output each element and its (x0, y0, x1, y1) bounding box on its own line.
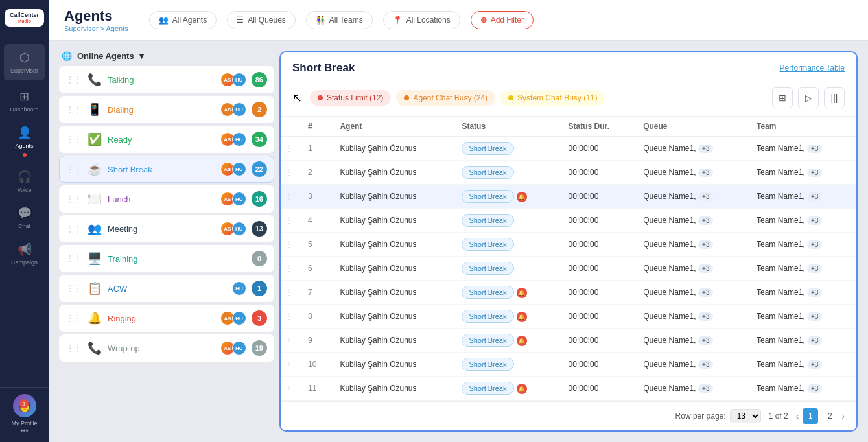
talking-avatars: AS HU (220, 73, 246, 87)
nav-item-voice[interactable]: 🎧 Voice (0, 163, 49, 200)
drag-handle-training[interactable]: ⋮⋮ (66, 254, 82, 263)
row-number: 5 (300, 233, 332, 257)
nav-item-campaign[interactable]: 📢 Campaign (0, 236, 49, 272)
status-item-ringing[interactable]: ⋮⋮ 🔔 Ringing AS HU 3 (59, 305, 274, 332)
row-agent: Kubilay Şahin Özunus (332, 233, 454, 257)
send-icon: ▷ (805, 93, 812, 103)
nav-item-dashboard[interactable]: ⊞ Dashboard (0, 83, 49, 119)
row-queue: Queue Name1, +3 (635, 377, 749, 401)
bell-icon: 🔔 (517, 336, 527, 346)
acw-icon: 📋 (87, 281, 102, 296)
status-badge: Short Break (462, 238, 513, 251)
drag-handle-meeting[interactable]: ⋮⋮ (66, 224, 82, 233)
status-item-short-break[interactable]: ⋮⋮ ☕ Short Break AS HU 22 (59, 156, 274, 183)
wrap-up-avatars: AS HU (220, 341, 246, 355)
nav-item-supervisor[interactable]: ⬡ Supervisor (4, 44, 45, 80)
columns-button[interactable]: ||| (824, 87, 845, 108)
status-item-training[interactable]: ⋮⋮ 🖥️ Training 0 (59, 245, 274, 272)
row-number: 11 (300, 377, 332, 401)
status-item-talking[interactable]: ⋮⋮ 📞 Talking AS HU 86 (59, 66, 274, 93)
ready-count: 34 (252, 132, 267, 147)
send-button[interactable]: ▷ (798, 87, 819, 108)
table-row: ⋮ 2 Kubilay Şahin Özunus Short Break 00:… (281, 161, 856, 185)
drag-handle-ready[interactable]: ⋮⋮ (66, 135, 82, 144)
meeting-name: Meeting (108, 224, 215, 234)
drag-handle-dialing[interactable]: ⋮⋮ (66, 105, 82, 114)
bell-icon: 🔔 (517, 288, 527, 298)
status-item-lunch[interactable]: ⋮⋮ 🍽️ Lunch AS HU 16 (59, 185, 274, 213)
short-break-icon: ☕ (87, 162, 102, 176)
performance-table-link[interactable]: Performance Table (780, 64, 845, 73)
status-badge: Short Break (462, 262, 513, 275)
training-name: Training (108, 254, 241, 264)
page-2-button[interactable]: 2 (822, 408, 838, 424)
row-queue: Queue Name1, +3 (635, 281, 749, 305)
drag-handle-short-break[interactable]: ⋮⋮ (66, 165, 82, 174)
status-item-dialing[interactable]: ⋮⋮ 📱 Dialing AS HU 2 (59, 96, 274, 123)
campaign-label: Campaign (11, 259, 38, 266)
filter-all-agents[interactable]: 👥 All Agents (149, 11, 217, 29)
training-icon: 🖥️ (87, 251, 102, 266)
row-number: 8 (300, 305, 332, 329)
row-queue: Queue Name1, +3 (635, 137, 749, 161)
drag-handle-ringing[interactable]: ⋮⋮ (66, 314, 82, 323)
drag-handle-acw[interactable]: ⋮⋮ (66, 284, 82, 293)
status-limit-filter[interactable]: Status Limit (12) (310, 90, 391, 106)
panel-toolbar: ↖ Status Limit (12) Agent Chat Busy (24)… (292, 82, 845, 116)
row-duration: 00:00:00 (561, 185, 636, 209)
col-status: Status (454, 117, 560, 137)
agent-chat-busy-filter[interactable]: Agent Chat Busy (24) (396, 90, 495, 106)
avatar-sm: HU (232, 192, 246, 206)
status-item-acw[interactable]: ⋮⋮ 📋 ACW HU 1 (59, 275, 274, 302)
prev-page-arrow[interactable]: ‹ (796, 411, 799, 421)
row-drag: ⋮ (281, 257, 300, 281)
export-button[interactable]: ⊞ (772, 87, 793, 108)
col-status-dur: Status Dur. (561, 117, 636, 137)
system-chat-busy-label: System Chat Busy (11) (517, 93, 597, 102)
bell-icon: 🔔 (517, 192, 527, 202)
agents-label: Agents (15, 143, 33, 149)
cursor-icon[interactable]: ↖ (292, 91, 302, 105)
acw-avatars: HU (232, 281, 246, 296)
filter-all-locations[interactable]: 📍 All Locations (383, 11, 460, 29)
all-teams-icon: 👫 (316, 16, 325, 25)
row-queue: Queue Name1, +3 (635, 209, 749, 233)
status-limit-label: Status Limit (12) (327, 93, 383, 102)
all-agents-label: All Agents (172, 16, 207, 25)
page-1-button[interactable]: 1 (803, 408, 818, 424)
drag-handle-talking[interactable]: ⋮⋮ (66, 75, 82, 84)
top-bar: Agents Supervisor > Agents 👥 All Agents … (49, 0, 868, 41)
row-number: 7 (300, 281, 332, 305)
row-queue: Queue Name1, +3 (635, 353, 749, 377)
logo: CallCenter studio (5, 9, 44, 27)
row-status: Short Break (454, 137, 560, 161)
status-item-ready[interactable]: ⋮⋮ ✅ Ready AS HU 34 (59, 126, 274, 153)
rows-per-page-select[interactable]: 13 25 50 (730, 409, 761, 423)
nav-item-chat[interactable]: 💬 Chat (0, 200, 49, 236)
nav-item-agents[interactable]: 👤 Agents (0, 119, 49, 163)
logo-area: CallCenter studio (0, 0, 49, 36)
row-duration: 00:00:00 (561, 353, 636, 377)
filter-all-teams[interactable]: 👫 All Teams (306, 11, 373, 29)
status-item-wrap-up[interactable]: ⋮⋮ 📞 Wrap-up AS HU 19 (59, 334, 274, 362)
row-team: Team Name1, +3 (749, 161, 856, 185)
profile-area[interactable]: 🧑 3 My Profile ••• (0, 387, 49, 442)
system-chat-busy-filter[interactable]: System Chat Busy (11) (500, 90, 605, 106)
col-team: Team (749, 117, 856, 137)
meeting-count: 13 (252, 221, 267, 237)
row-agent: Kubilay Şahin Özunus (332, 257, 454, 281)
dialing-name: Dialing (108, 105, 215, 115)
export-icon: ⊞ (779, 93, 786, 103)
drag-handle-wrap-up[interactable]: ⋮⋮ (66, 343, 82, 353)
meeting-icon: 👥 (87, 222, 102, 236)
status-item-meeting[interactable]: ⋮⋮ 👥 Meeting AS HU 13 (59, 215, 274, 242)
supervisor-icon: ⬡ (19, 51, 30, 65)
row-number: 3 (300, 185, 332, 209)
drag-handle-lunch[interactable]: ⋮⋮ (66, 194, 82, 204)
add-filter-button[interactable]: ⊕ Add Filter (471, 11, 534, 29)
status-badge: Short Break (462, 166, 513, 179)
next-page-arrow[interactable]: › (841, 411, 845, 421)
filter-all-queues[interactable]: ☰ All Queues (227, 11, 296, 29)
row-drag: ⋮ (281, 305, 300, 329)
breadcrumb-sep: > (100, 25, 106, 32)
